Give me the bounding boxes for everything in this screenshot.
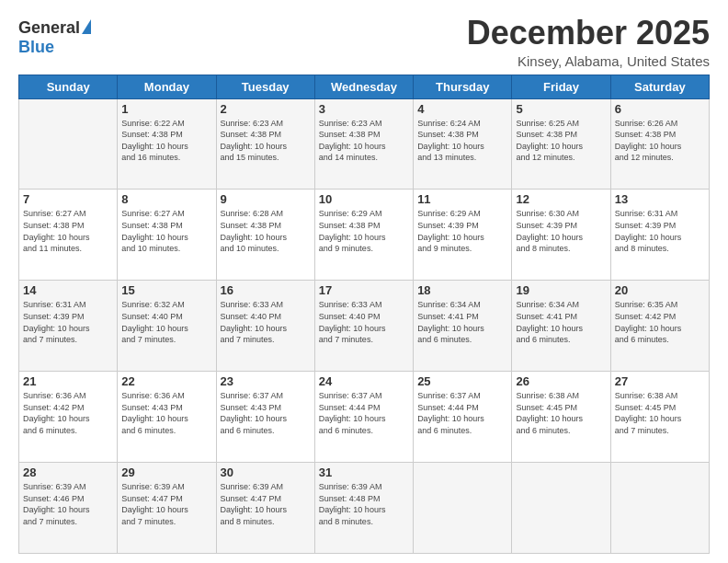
calendar-table: Sunday Monday Tuesday Wednesday Thursday… <box>18 75 710 554</box>
logo-general-text: General <box>18 18 80 38</box>
day-number: 12 <box>516 192 606 206</box>
calendar-week-row: 1Sunrise: 6:22 AM Sunset: 4:38 PM Daylig… <box>19 98 710 190</box>
day-number: 30 <box>221 465 311 479</box>
day-info: Sunrise: 6:37 AM Sunset: 4:44 PM Dayligh… <box>417 390 507 436</box>
table-row: 8Sunrise: 6:27 AM Sunset: 4:38 PM Daylig… <box>118 190 216 281</box>
table-row: 6Sunrise: 6:26 AM Sunset: 4:38 PM Daylig… <box>610 98 709 190</box>
calendar-week-row: 7Sunrise: 6:27 AM Sunset: 4:38 PM Daylig… <box>19 190 710 281</box>
day-number: 31 <box>319 465 409 479</box>
table-row: 7Sunrise: 6:27 AM Sunset: 4:38 PM Daylig… <box>19 190 118 281</box>
day-number: 15 <box>121 283 211 297</box>
day-info: Sunrise: 6:37 AM Sunset: 4:44 PM Dayligh… <box>319 390 409 436</box>
table-row: 30Sunrise: 6:39 AM Sunset: 4:47 PM Dayli… <box>216 463 314 554</box>
table-row: 23Sunrise: 6:37 AM Sunset: 4:43 PM Dayli… <box>216 372 314 463</box>
table-row: 9Sunrise: 6:28 AM Sunset: 4:38 PM Daylig… <box>216 190 314 281</box>
day-info: Sunrise: 6:24 AM Sunset: 4:38 PM Dayligh… <box>417 118 507 164</box>
day-number: 23 <box>221 374 311 388</box>
table-row: 16Sunrise: 6:33 AM Sunset: 4:40 PM Dayli… <box>216 281 314 372</box>
day-number: 27 <box>615 374 705 388</box>
calendar-week-row: 14Sunrise: 6:31 AM Sunset: 4:39 PM Dayli… <box>19 281 710 372</box>
header: General Blue December 2025 Kinsey, Alaba… <box>18 15 710 69</box>
day-info: Sunrise: 6:39 AM Sunset: 4:48 PM Dayligh… <box>319 481 409 527</box>
day-info: Sunrise: 6:33 AM Sunset: 4:40 PM Dayligh… <box>319 299 409 345</box>
table-row: 27Sunrise: 6:38 AM Sunset: 4:45 PM Dayli… <box>610 372 709 463</box>
day-number: 3 <box>319 102 409 116</box>
day-info: Sunrise: 6:37 AM Sunset: 4:43 PM Dayligh… <box>221 390 311 436</box>
day-number: 8 <box>121 192 211 206</box>
day-number: 18 <box>417 283 507 297</box>
calendar-week-row: 21Sunrise: 6:36 AM Sunset: 4:42 PM Dayli… <box>19 372 710 463</box>
table-row <box>414 463 512 554</box>
table-row: 1Sunrise: 6:22 AM Sunset: 4:38 PM Daylig… <box>118 98 216 190</box>
table-row: 11Sunrise: 6:29 AM Sunset: 4:39 PM Dayli… <box>414 190 512 281</box>
day-number: 9 <box>221 192 311 206</box>
table-row: 10Sunrise: 6:29 AM Sunset: 4:38 PM Dayli… <box>314 190 413 281</box>
day-number: 19 <box>516 283 606 297</box>
table-row: 22Sunrise: 6:36 AM Sunset: 4:43 PM Dayli… <box>118 372 216 463</box>
col-tuesday: Tuesday <box>216 75 314 98</box>
table-row: 13Sunrise: 6:31 AM Sunset: 4:39 PM Dayli… <box>610 190 709 281</box>
day-number: 28 <box>23 465 113 479</box>
day-number: 26 <box>516 374 606 388</box>
day-info: Sunrise: 6:34 AM Sunset: 4:41 PM Dayligh… <box>516 299 606 345</box>
table-row <box>512 463 610 554</box>
day-number: 14 <box>23 283 113 297</box>
day-info: Sunrise: 6:34 AM Sunset: 4:41 PM Dayligh… <box>417 299 507 345</box>
calendar-header-row: Sunday Monday Tuesday Wednesday Thursday… <box>19 75 710 98</box>
table-row: 15Sunrise: 6:32 AM Sunset: 4:40 PM Dayli… <box>118 281 216 372</box>
day-info: Sunrise: 6:23 AM Sunset: 4:38 PM Dayligh… <box>221 118 311 164</box>
day-info: Sunrise: 6:36 AM Sunset: 4:42 PM Dayligh… <box>23 390 113 436</box>
day-number: 7 <box>23 192 113 206</box>
day-number: 5 <box>516 102 606 116</box>
day-info: Sunrise: 6:36 AM Sunset: 4:43 PM Dayligh… <box>121 390 211 436</box>
day-info: Sunrise: 6:38 AM Sunset: 4:45 PM Dayligh… <box>615 390 705 436</box>
day-number: 4 <box>417 102 507 116</box>
col-friday: Friday <box>512 75 610 98</box>
subtitle: Kinsey, Alabama, United States <box>467 53 710 69</box>
main-title: December 2025 <box>467 15 710 52</box>
table-row: 21Sunrise: 6:36 AM Sunset: 4:42 PM Dayli… <box>19 372 118 463</box>
col-thursday: Thursday <box>414 75 512 98</box>
col-wednesday: Wednesday <box>314 75 413 98</box>
day-number: 10 <box>319 192 409 206</box>
day-number: 17 <box>319 283 409 297</box>
table-row: 24Sunrise: 6:37 AM Sunset: 4:44 PM Dayli… <box>314 372 413 463</box>
col-sunday: Sunday <box>19 75 118 98</box>
table-row <box>19 98 118 190</box>
table-row <box>610 463 709 554</box>
day-number: 21 <box>23 374 113 388</box>
table-row: 28Sunrise: 6:39 AM Sunset: 4:46 PM Dayli… <box>19 463 118 554</box>
table-row: 25Sunrise: 6:37 AM Sunset: 4:44 PM Dayli… <box>414 372 512 463</box>
day-number: 20 <box>615 283 705 297</box>
day-number: 22 <box>121 374 211 388</box>
day-info: Sunrise: 6:28 AM Sunset: 4:38 PM Dayligh… <box>221 208 311 254</box>
day-number: 29 <box>121 465 211 479</box>
day-info: Sunrise: 6:33 AM Sunset: 4:40 PM Dayligh… <box>221 299 311 345</box>
day-info: Sunrise: 6:26 AM Sunset: 4:38 PM Dayligh… <box>615 118 705 164</box>
calendar-week-row: 28Sunrise: 6:39 AM Sunset: 4:46 PM Dayli… <box>19 463 710 554</box>
day-info: Sunrise: 6:29 AM Sunset: 4:39 PM Dayligh… <box>417 208 507 254</box>
day-number: 1 <box>121 102 211 116</box>
table-row: 3Sunrise: 6:23 AM Sunset: 4:38 PM Daylig… <box>314 98 413 190</box>
table-row: 31Sunrise: 6:39 AM Sunset: 4:48 PM Dayli… <box>314 463 413 554</box>
table-row: 26Sunrise: 6:38 AM Sunset: 4:45 PM Dayli… <box>512 372 610 463</box>
day-number: 25 <box>417 374 507 388</box>
logo-triangle-icon <box>82 19 91 34</box>
day-info: Sunrise: 6:39 AM Sunset: 4:46 PM Dayligh… <box>23 481 113 527</box>
day-number: 13 <box>615 192 705 206</box>
day-info: Sunrise: 6:32 AM Sunset: 4:40 PM Dayligh… <box>121 299 211 345</box>
day-number: 16 <box>221 283 311 297</box>
day-number: 6 <box>615 102 705 116</box>
table-row: 4Sunrise: 6:24 AM Sunset: 4:38 PM Daylig… <box>414 98 512 190</box>
table-row: 18Sunrise: 6:34 AM Sunset: 4:41 PM Dayli… <box>414 281 512 372</box>
table-row: 19Sunrise: 6:34 AM Sunset: 4:41 PM Dayli… <box>512 281 610 372</box>
table-row: 2Sunrise: 6:23 AM Sunset: 4:38 PM Daylig… <box>216 98 314 190</box>
table-row: 12Sunrise: 6:30 AM Sunset: 4:39 PM Dayli… <box>512 190 610 281</box>
page: General Blue December 2025 Kinsey, Alaba… <box>0 0 728 563</box>
day-number: 11 <box>417 192 507 206</box>
day-info: Sunrise: 6:35 AM Sunset: 4:42 PM Dayligh… <box>615 299 705 345</box>
day-info: Sunrise: 6:25 AM Sunset: 4:38 PM Dayligh… <box>516 118 606 164</box>
table-row: 29Sunrise: 6:39 AM Sunset: 4:47 PM Dayli… <box>118 463 216 554</box>
table-row: 17Sunrise: 6:33 AM Sunset: 4:40 PM Dayli… <box>314 281 413 372</box>
day-info: Sunrise: 6:39 AM Sunset: 4:47 PM Dayligh… <box>221 481 311 527</box>
